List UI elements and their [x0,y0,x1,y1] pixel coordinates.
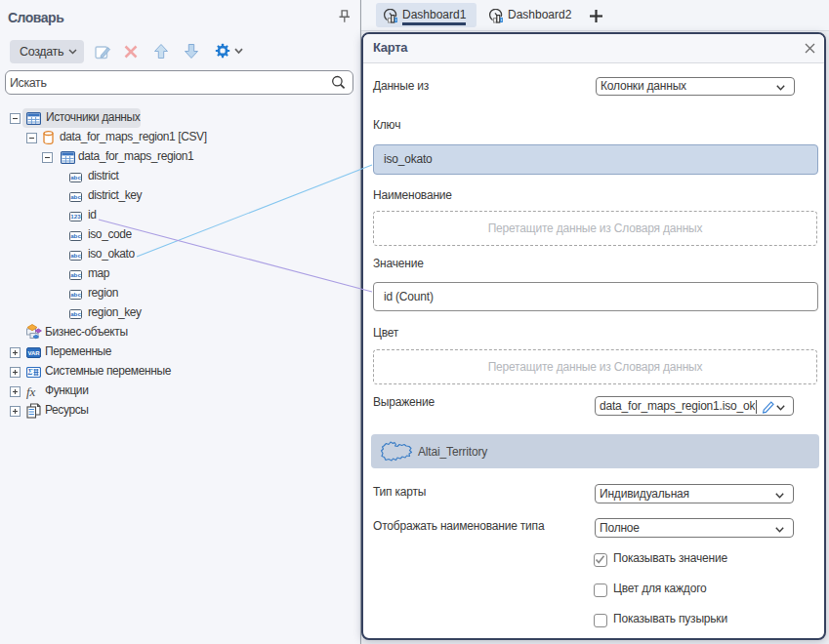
svg-text:123: 123 [70,213,81,220]
svg-text:abc: abc [70,232,81,239]
svg-text:abc: abc [70,252,81,259]
svg-text:abc: abc [70,291,81,298]
svg-text:abc: abc [70,310,81,317]
svg-text:Σ: Σ [27,368,33,377]
svg-text:abc: abc [70,174,81,181]
svg-text:VAR: VAR [27,350,40,356]
svg-text:abc: abc [70,193,81,200]
svg-text:abc: abc [70,271,81,278]
